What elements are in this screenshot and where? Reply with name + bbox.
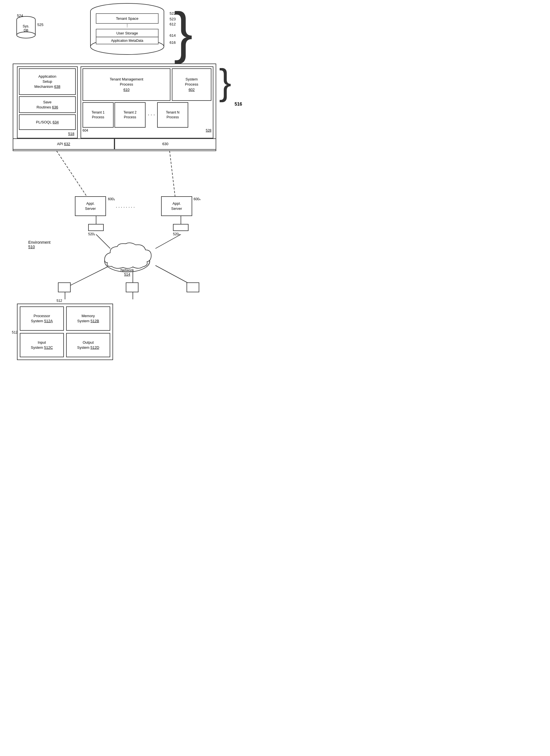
tenant-n-label: Tenant NProcess <box>166 110 179 120</box>
id-516: 516 <box>234 102 242 107</box>
output-system: OutputSystem 512D <box>66 333 110 357</box>
output-system-label: OutputSystem 512D <box>77 340 99 350</box>
appl-server-n-label: Appl.Server <box>171 201 182 211</box>
id-524-label: 524 <box>17 14 23 18</box>
tenant1-process: Tenant 1Process <box>82 102 114 128</box>
memory-system-label: MemorySystem 512B <box>77 313 99 324</box>
svg-text:Application MetaData: Application MetaData <box>111 39 143 43</box>
id-604: 604 <box>82 128 88 133</box>
brace-top: } <box>174 4 193 61</box>
network-switch-n <box>173 224 188 231</box>
tenant1-label: Tenant 1Process <box>92 110 105 120</box>
id-600-n: 600ₙ <box>193 197 201 201</box>
processor-system: ProcessorSystem 512A <box>20 306 64 331</box>
svg-text:Tenant Space: Tenant Space <box>116 16 138 21</box>
large-database: Tenant Space ⋮ User Storage Application … <box>88 3 167 56</box>
id-520-n: 520ₙ <box>173 232 180 236</box>
id-512-left: 512 <box>12 330 18 334</box>
api-label: API 632 <box>57 141 70 147</box>
inner-box-right: Tenant ManagementProcess610 SystemProces… <box>81 66 213 138</box>
tenant-mgmt-process: Tenant ManagementProcess610 <box>82 68 170 101</box>
api-box: API 632 <box>13 138 114 150</box>
client-box-512: ProcessorSystem 512A MemorySystem 512B I… <box>17 304 113 360</box>
app-setup-label: ApplicationSetupMechanism 638 <box>34 74 60 90</box>
appl-server-1: Appl.Server <box>75 196 106 216</box>
id-512-top: 512 <box>56 299 62 303</box>
id-630: 630 <box>162 141 168 147</box>
system-process: SystemProcess602 <box>172 68 211 101</box>
device-center <box>126 282 138 292</box>
system-process-label: SystemProcess602 <box>185 77 198 92</box>
sys-db: Sys. DB <box>16 16 37 42</box>
svg-line-24 <box>155 234 181 249</box>
id-518-label: 518 <box>19 131 76 136</box>
tenant-mgmt-label: Tenant ManagementProcess610 <box>110 77 143 92</box>
tenant2-label: Tenant 2Process <box>123 110 136 120</box>
bottom-ids: 604 528 <box>82 128 211 133</box>
svg-text:User Storage: User Storage <box>116 31 138 35</box>
environment-label: Environment510 <box>28 240 51 249</box>
input-system: InputSystem 512C <box>20 333 64 357</box>
appl-server-1-label: Appl.Server <box>85 201 96 211</box>
client-top-row: ProcessorSystem 512A MemorySystem 512B <box>20 306 110 331</box>
save-routines-label: SaveRoutines 636 <box>36 100 58 110</box>
pl-soql-label: PL/SOQL 634 <box>36 120 58 125</box>
id-520-1: 520₁ <box>88 232 95 236</box>
processor-system-label: ProcessorSystem 512A <box>31 313 53 324</box>
id-600-1: 600₁ <box>108 197 115 201</box>
network-switch-1 <box>88 224 104 231</box>
svg-text:DB: DB <box>24 29 29 32</box>
svg-line-20 <box>169 151 175 198</box>
box-630: 630 <box>114 138 216 150</box>
svg-point-16 <box>17 32 35 38</box>
network-cloud: Network514 <box>102 241 153 276</box>
tenant-n-process: Tenant NProcess <box>157 102 188 128</box>
memory-system: MemorySystem 512B <box>66 306 110 331</box>
appl-server-n: Appl.Server <box>161 196 192 216</box>
pl-soql: PL/SOQL 634 <box>19 114 76 130</box>
svg-text:⋮: ⋮ <box>125 23 129 28</box>
device-right <box>186 282 199 292</box>
dots-tenant: · · · <box>146 102 156 128</box>
brace-middle: } <box>219 64 231 100</box>
tenant-row: Tenant 1Process Tenant 2Process · · · Te… <box>82 102 211 128</box>
top-row: Tenant ManagementProcess610 SystemProces… <box>82 68 211 101</box>
app-setup-mechanism: ApplicationSetupMechanism 638 <box>19 68 76 95</box>
inner-box-518: ApplicationSetupMechanism 638 SaveRoutin… <box>17 66 78 138</box>
save-routines: SaveRoutines 636 <box>19 96 76 113</box>
client-bottom-row: InputSystem 512C OutputSystem 512D <box>20 333 110 357</box>
svg-text:Sys.: Sys. <box>23 24 29 28</box>
architecture-diagram: Tenant Space ⋮ User Storage Application … <box>0 0 275 378</box>
id-525-label: 525 <box>37 23 43 27</box>
input-system-label: InputSystem 512C <box>31 340 53 350</box>
tenant2-process: Tenant 2Process <box>114 102 145 128</box>
dots-servers: · · · · · · · · <box>116 205 135 210</box>
svg-line-19 <box>56 151 88 198</box>
id-528: 528 <box>206 128 211 133</box>
device-left <box>58 282 71 292</box>
